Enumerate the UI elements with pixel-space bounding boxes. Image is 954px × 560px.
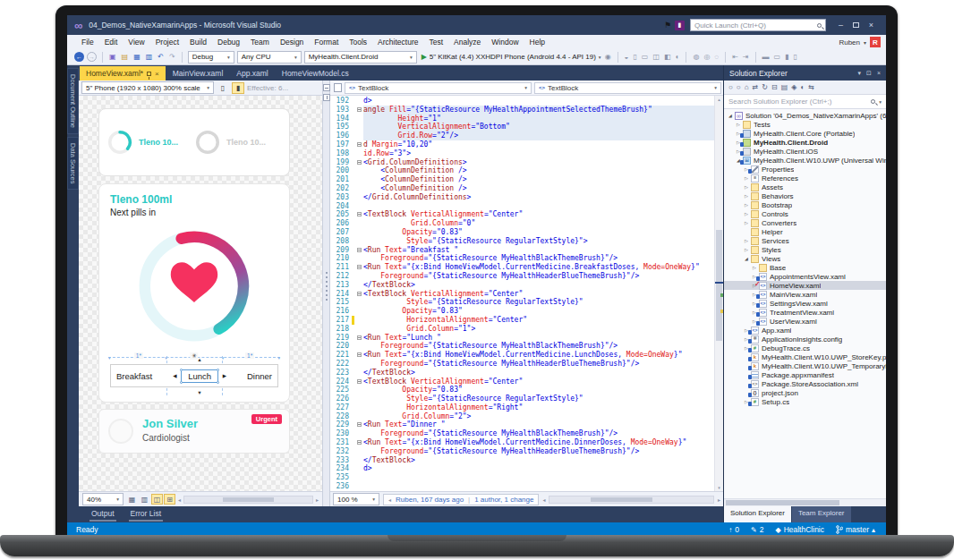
branch-selector[interactable]: master ▴ xyxy=(836,525,875,534)
feedback-icon[interactable]: ▮ xyxy=(675,21,685,30)
menu-analyze[interactable]: Analyze xyxy=(448,38,486,47)
close-button[interactable]: × xyxy=(864,19,879,31)
switch-views-icon[interactable]: ⇄ xyxy=(753,83,759,91)
tree-item[interactable]: ▷Base xyxy=(724,263,886,272)
avatar[interactable]: R xyxy=(870,37,881,47)
fold-marker[interactable] xyxy=(354,438,363,447)
scroll-up-icon[interactable]: ▴ xyxy=(715,97,723,102)
navigate-to-icon[interactable]: ◎ xyxy=(703,54,711,61)
expander-open-icon[interactable]: ◢ xyxy=(743,256,750,261)
expander-closed-icon[interactable]: ▷ xyxy=(743,247,750,252)
show-all-files-icon[interactable]: ▤ xyxy=(781,83,788,91)
android-device-manager-icon[interactable]: ◉ xyxy=(604,54,612,61)
editor-horizontal-scrollbar[interactable] xyxy=(549,496,714,504)
tree-item[interactable]: {}project.json xyxy=(724,388,886,397)
lightbulb-icon[interactable]: ◍ xyxy=(692,54,700,61)
resize-left-handle[interactable]: ◀ xyxy=(173,373,176,378)
tree-item[interactable]: ▷Properties xyxy=(724,165,886,174)
menu-build[interactable]: Build xyxy=(184,38,212,47)
new-project-icon[interactable]: ▣ xyxy=(108,54,117,61)
tree-item[interactable]: ▷Services xyxy=(724,236,886,245)
tree-horizontal-scrollbar[interactable] xyxy=(724,498,886,506)
run-device-label[interactable]: 5" KitKat (4.4) XXHDPI Phone (Android 4.… xyxy=(430,53,596,61)
grid-columns-icon[interactable]: ▥ xyxy=(139,494,150,505)
tree-item[interactable]: ▷<>UserView.xaml xyxy=(724,317,886,326)
fold-marker[interactable] xyxy=(354,106,363,115)
device-landscape-icon[interactable]: ▭ xyxy=(641,54,650,61)
tree-item[interactable]: ▷<>SettingsView.xaml xyxy=(724,299,886,308)
forward-icon[interactable]: ○ xyxy=(737,83,741,91)
expander-closed-icon[interactable]: ▷ xyxy=(743,202,750,208)
fold-marker[interactable] xyxy=(354,158,363,167)
menu-file[interactable]: File xyxy=(76,38,99,47)
fold-marker[interactable] xyxy=(354,334,363,343)
navigate-forward-icon[interactable]: → xyxy=(87,52,97,62)
scroll-right-icon[interactable]: ▸ xyxy=(316,496,319,503)
undo-icon[interactable]: ↶ xyxy=(157,54,165,61)
menu-edit[interactable]: Edit xyxy=(99,38,124,47)
redo-icon[interactable]: ↷ xyxy=(168,54,176,61)
grid-star-marker[interactable]: 1* xyxy=(245,352,254,359)
device-portrait-button[interactable]: ▯ xyxy=(217,82,229,94)
expander-closed-icon[interactable]: ▷ xyxy=(743,193,750,199)
bookmark-icon[interactable]: ▮ xyxy=(784,54,789,61)
tree-item[interactable]: ▷Styles xyxy=(724,245,886,254)
tree-item[interactable]: ▷MyHealth.Client.Droid xyxy=(724,138,886,147)
tree-item[interactable]: ◢∞Solution '04_Demos_NativeXamarinApps' … xyxy=(724,111,886,120)
tree-item[interactable]: ▷#DebugTrace.cs xyxy=(724,344,886,352)
doc-tab-app-xaml[interactable]: App.xaml xyxy=(230,66,274,81)
designer-canvas[interactable]: Tleno 10... Tleno 10... xyxy=(79,96,322,491)
meal-lunch-selected[interactable]: ◀ Lunch ▶ ▲ ▼ xyxy=(181,369,218,383)
anchor-bottom-icon[interactable]: ▼ xyxy=(197,390,201,395)
theme-icon[interactable]: ◐ xyxy=(675,54,681,61)
indent-increase-icon[interactable]: ⇥ xyxy=(742,54,750,61)
expander-closed-icon[interactable]: ▷ xyxy=(743,238,750,243)
tree-item[interactable]: kMyHealth.Client.W10.UWP_StoreKey.pfx xyxy=(724,352,886,361)
repository-selector[interactable]: ◆ HealthClinic xyxy=(775,525,824,534)
properties-icon[interactable]: ◈ xyxy=(791,83,796,91)
panel-dropdown-icon[interactable]: ▾ xyxy=(858,70,862,77)
doc-tab-homeview-xaml-[interactable]: HomeView.xaml*× xyxy=(80,66,166,81)
sync-with-active-document-icon[interactable]: ⇆ xyxy=(808,83,814,91)
back-icon[interactable]: ○ xyxy=(728,83,733,91)
tab-team-explorer[interactable]: Team Explorer xyxy=(792,506,851,522)
menu-window[interactable]: Window xyxy=(486,38,524,47)
open-file-icon[interactable]: ▤ xyxy=(121,54,130,61)
indent-decrease-icon[interactable]: ⇤ xyxy=(731,54,739,61)
doc-tab-mainview-xaml[interactable]: MainView.xaml xyxy=(166,66,230,81)
vertical-split-icon[interactable] xyxy=(323,94,330,101)
doc-tab-homeviewmodel-cs[interactable]: HomeViewModel.cs xyxy=(276,66,355,81)
tree-item[interactable]: ▷Behaviors xyxy=(724,191,886,200)
menu-debug[interactable]: Debug xyxy=(212,38,245,47)
close-panel-icon[interactable]: × xyxy=(877,70,881,76)
chevron-left-icon[interactable]: ◂ xyxy=(388,496,391,503)
sync-icon[interactable]: ◌ xyxy=(713,54,720,61)
menu-test[interactable]: Test xyxy=(423,38,448,47)
notifications-flag-icon[interactable]: ⚑ xyxy=(664,21,671,30)
snap-to-grid-icon[interactable]: ◫ xyxy=(151,494,163,505)
collapse-all-icon[interactable]: ⊟ xyxy=(771,83,778,91)
source-control-info[interactable]: ◂ Ruben, 167 days ago | 1 author, 1 chan… xyxy=(383,494,539,505)
tree-item[interactable]: kMyHealth.Client.W10.UWP_TemporaryKey.pf… xyxy=(724,361,886,370)
expander-closed-icon[interactable]: ▷ xyxy=(743,211,750,216)
platform-dropdown[interactable]: Any CPU▾ xyxy=(237,51,302,64)
designer-zoom-dropdown[interactable]: 40%▾ xyxy=(82,493,124,505)
tree-item[interactable]: ▷MyHealth.Client.iOS xyxy=(724,147,886,156)
expander-open-icon[interactable]: ◢ xyxy=(727,113,734,118)
fold-marker[interactable] xyxy=(354,290,363,299)
menu-tools[interactable]: Tools xyxy=(344,38,372,47)
menu-team[interactable]: Team xyxy=(245,38,275,47)
tree-item[interactable]: ▷Bootstrap xyxy=(724,200,886,209)
tree-item[interactable]: ▷Controls xyxy=(724,209,886,218)
restore-button[interactable] xyxy=(848,19,864,31)
resize-right-handle[interactable]: ▶ xyxy=(223,373,226,378)
menu-design[interactable]: Design xyxy=(275,38,309,47)
minimize-button[interactable]: – xyxy=(833,19,848,31)
tree-item[interactable]: ◢⊞MyHealth.Client.W10.UWP (Universal Win… xyxy=(724,156,886,165)
tree-item[interactable]: ▷<>TreatmentView.xaml xyxy=(724,308,886,317)
tree-item[interactable]: ▷<>MainView.xaml xyxy=(724,290,886,299)
meal-dinner[interactable]: Dinner xyxy=(247,371,272,381)
tree-item[interactable]: ▷<>✓HomeView.xaml xyxy=(724,281,886,290)
chevron-down-icon[interactable]: ▾ xyxy=(599,55,601,60)
expander-closed-icon[interactable]: ▷ xyxy=(735,122,742,127)
